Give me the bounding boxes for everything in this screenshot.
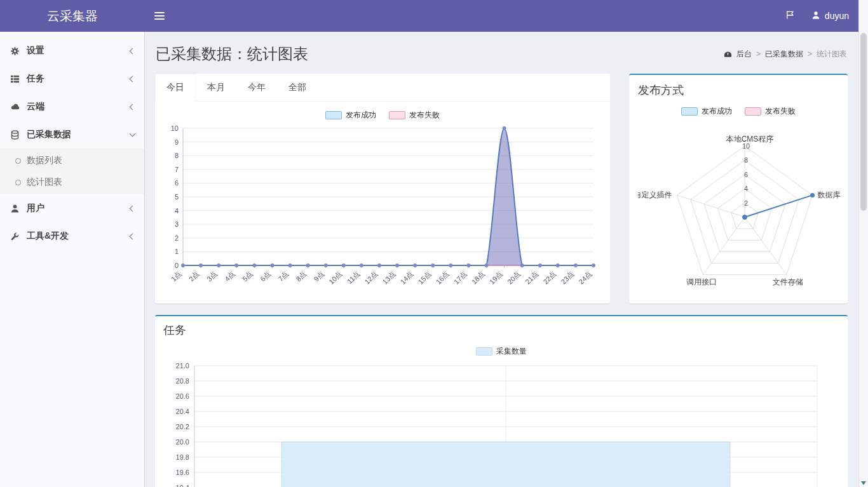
tasks-chart-legend: 采集数量 bbox=[163, 346, 839, 357]
svg-text:3点: 3点 bbox=[205, 270, 219, 283]
sidebar-item-data-list[interactable]: 数据列表 bbox=[0, 150, 144, 171]
tasks-title: 任务 bbox=[163, 323, 839, 338]
scrollbar[interactable] bbox=[858, 0, 868, 487]
svg-text:3: 3 bbox=[175, 220, 179, 228]
svg-text:13点: 13点 bbox=[381, 270, 397, 286]
svg-text:21点: 21点 bbox=[524, 270, 539, 286]
scrollbar-thumb[interactable] bbox=[860, 33, 867, 211]
tab-this-month[interactable]: 本月 bbox=[196, 74, 236, 102]
svg-text:20.2: 20.2 bbox=[176, 423, 189, 430]
svg-text:1点: 1点 bbox=[170, 270, 183, 283]
legend-swatch bbox=[476, 347, 492, 356]
svg-text:10点: 10点 bbox=[327, 270, 343, 286]
legend-item-publish-fail[interactable]: 发布失败 bbox=[389, 110, 440, 121]
database-icon bbox=[10, 130, 20, 140]
legend-label: 发布失败 bbox=[409, 110, 440, 121]
svg-text:本地CMS程序: 本地CMS程序 bbox=[726, 135, 774, 143]
sidebar-toggle-button[interactable] bbox=[145, 0, 174, 32]
svg-text:19.8: 19.8 bbox=[176, 453, 189, 461]
svg-text:2: 2 bbox=[175, 234, 179, 242]
legend-label: 发布失败 bbox=[765, 106, 796, 117]
breadcrumb-link-collected-data[interactable]: 已采集数据 bbox=[765, 49, 803, 60]
chevron-left-icon bbox=[130, 205, 136, 211]
main-content: 已采集数据：统计图表 后台 已采集数据 统计图表 今日 本月 今年 全部 bbox=[145, 32, 858, 487]
brand-logo[interactable]: 云采集器 bbox=[0, 0, 145, 32]
content-header: 已采集数据：统计图表 后台 已采集数据 统计图表 bbox=[155, 40, 848, 74]
username: duyun bbox=[825, 11, 849, 21]
breadcrumb-separator bbox=[756, 50, 761, 58]
sidebar-item-stats-chart[interactable]: 统计图表 bbox=[0, 171, 144, 193]
sidebar: 设置 任务 云端 已采集数据 数据列表 统计图表 bbox=[0, 32, 145, 487]
svg-text:1: 1 bbox=[175, 248, 179, 255]
svg-text:18点: 18点 bbox=[470, 270, 486, 286]
collected-data-submenu: 数据列表 统计图表 bbox=[0, 149, 144, 194]
legend-item-publish-success[interactable]: 发布成功 bbox=[325, 110, 376, 121]
svg-text:17点: 17点 bbox=[452, 270, 468, 286]
svg-text:5点: 5点 bbox=[241, 270, 254, 283]
radar-chart-canvas: 246810本地CMS程序数据库文件存储调用接口自定义插件 bbox=[638, 118, 849, 300]
svg-text:19.4: 19.4 bbox=[176, 484, 189, 487]
chevron-left-icon bbox=[130, 233, 136, 239]
legend-swatch bbox=[681, 107, 698, 116]
svg-text:数据库: 数据库 bbox=[818, 190, 841, 199]
sidebar-item-tools-dev[interactable]: 工具&开发 bbox=[0, 222, 144, 250]
svg-text:4: 4 bbox=[744, 185, 748, 192]
scrollbar-down-arrow[interactable] bbox=[861, 481, 866, 485]
legend-label: 采集数量 bbox=[496, 346, 527, 357]
sidebar-item-cloud[interactable]: 云端 bbox=[0, 93, 144, 121]
tab-this-year[interactable]: 今年 bbox=[236, 74, 277, 102]
tab-all[interactable]: 全部 bbox=[277, 74, 318, 102]
svg-text:9点: 9点 bbox=[313, 270, 326, 283]
svg-text:自定义插件: 自定义插件 bbox=[638, 190, 672, 199]
legend-item-publish-success[interactable]: 发布成功 bbox=[681, 106, 732, 117]
sidebar-item-label: 设置 bbox=[27, 45, 44, 57]
svg-text:8: 8 bbox=[175, 152, 179, 159]
wrench-icon bbox=[10, 232, 20, 241]
hourly-chart: 0123456789101点2点3点4点5点6点7点8点9点10点11点12点1… bbox=[155, 121, 610, 302]
publish-method-title: 发布方式 bbox=[638, 83, 839, 98]
gear-icon bbox=[10, 46, 20, 56]
legend-swatch bbox=[745, 107, 761, 116]
svg-text:24点: 24点 bbox=[577, 270, 593, 286]
user-menu[interactable]: duyun bbox=[804, 0, 857, 32]
legend-item-publish-fail[interactable]: 发布失败 bbox=[745, 106, 796, 117]
svg-text:9: 9 bbox=[175, 138, 179, 146]
sidebar-subitem-label: 统计图表 bbox=[27, 177, 62, 188]
legend-label: 发布成功 bbox=[702, 106, 732, 117]
legend-swatch bbox=[325, 111, 342, 119]
sidebar-item-collected-data[interactable]: 已采集数据 bbox=[0, 121, 144, 149]
dashboard-icon bbox=[724, 50, 732, 58]
sidebar-item-users[interactable]: 用户 bbox=[0, 194, 144, 222]
svg-text:6点: 6点 bbox=[259, 270, 272, 283]
svg-text:5: 5 bbox=[175, 193, 179, 201]
svg-text:10: 10 bbox=[171, 124, 179, 132]
breadcrumb-separator bbox=[808, 50, 812, 58]
svg-text:4: 4 bbox=[175, 207, 179, 215]
circle-icon bbox=[15, 180, 21, 185]
sidebar-item-settings[interactable]: 设置 bbox=[0, 37, 144, 65]
svg-text:8点: 8点 bbox=[294, 270, 308, 283]
svg-text:20.8: 20.8 bbox=[176, 377, 189, 385]
svg-text:文件存储: 文件存储 bbox=[773, 277, 803, 286]
sidebar-item-label: 用户 bbox=[27, 203, 44, 214]
cloud-icon bbox=[10, 102, 20, 112]
flag-icon bbox=[785, 10, 795, 22]
tab-today[interactable]: 今日 bbox=[155, 74, 196, 102]
svg-text:21.0: 21.0 bbox=[176, 362, 189, 370]
tasks-chart-card: 任务 采集数量 21.020.820.620.420.220.019.819.6… bbox=[155, 315, 848, 487]
svg-text:调用接口: 调用接口 bbox=[686, 277, 717, 286]
flag-menu[interactable] bbox=[776, 0, 804, 32]
svg-text:16点: 16点 bbox=[435, 270, 451, 286]
svg-text:4点: 4点 bbox=[223, 270, 236, 283]
svg-text:20.0: 20.0 bbox=[176, 438, 189, 446]
legend-item-collect-count[interactable]: 采集数量 bbox=[476, 346, 527, 357]
breadcrumb-link-home[interactable]: 后台 bbox=[736, 49, 752, 60]
svg-text:7: 7 bbox=[175, 166, 179, 173]
hourly-chart-card: 今日 本月 今年 全部 发布成功 发布失败 0123456789101点2点3点… bbox=[155, 74, 610, 304]
sidebar-item-tasks[interactable]: 任务 bbox=[0, 65, 144, 93]
chevron-left-icon bbox=[130, 48, 136, 54]
breadcrumb: 后台 已采集数据 统计图表 bbox=[724, 49, 847, 60]
chevron-left-icon bbox=[130, 76, 136, 82]
svg-text:2: 2 bbox=[744, 199, 748, 207]
sidebar-item-label: 云端 bbox=[27, 101, 44, 112]
